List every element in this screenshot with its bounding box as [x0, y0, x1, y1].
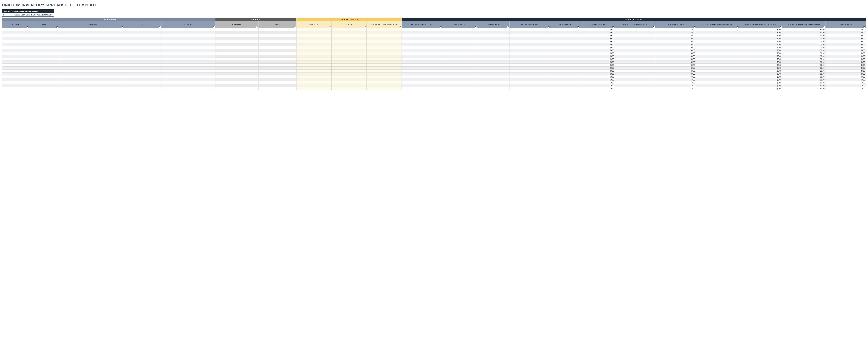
column-header-total-monthly-cost[interactable]: TOTAL MONTHLY COST [655, 21, 696, 28]
cell-item-no[interactable] [2, 49, 29, 52]
cell-annual-sl-dep[interactable]: $0.00 [739, 66, 782, 69]
cell-department[interactable] [215, 28, 259, 31]
cell-type[interactable] [124, 69, 161, 73]
cell-annual-sl-dep[interactable]: $0.00 [739, 61, 782, 64]
cell-monthly-sl-dep[interactable]: $0.00 [782, 52, 825, 55]
cell-space[interactable] [259, 40, 297, 43]
cell-description[interactable] [59, 31, 124, 34]
cell-annual-sl-dep[interactable]: $0.00 [739, 55, 782, 58]
column-header-est-longevity[interactable]: ESTIMATED LONGEVITY (YEARS) [367, 21, 402, 28]
cell-name[interactable] [29, 61, 59, 64]
cell-monthly-sl-dep[interactable]: $0.00 [782, 46, 825, 49]
cell-down-payment[interactable] [477, 66, 510, 69]
cell-item-no[interactable] [2, 43, 29, 46]
cell-space[interactable] [259, 58, 297, 61]
cell-vendor[interactable] [332, 31, 367, 34]
cell-est-longevity[interactable] [367, 61, 402, 64]
filter-dropdown-icon[interactable] [475, 26, 477, 28]
cell-expected-value-end[interactable] [696, 84, 739, 87]
cell-remarks[interactable] [161, 69, 215, 73]
cell-est-longevity[interactable] [367, 87, 402, 90]
cell-name[interactable] [29, 66, 59, 69]
cell-initial-value[interactable] [442, 84, 477, 87]
filter-dropdown-icon[interactable] [737, 26, 739, 28]
cell-total-monthly-cost[interactable]: $0.00 [655, 66, 696, 69]
cell-condition[interactable] [296, 81, 332, 84]
cell-down-payment[interactable] [477, 69, 510, 73]
cell-total-monthly-cost[interactable]: $0.00 [655, 46, 696, 49]
cell-type[interactable] [124, 78, 161, 81]
cell-monthly-payment[interactable]: $0.00 [580, 43, 615, 46]
cell-space[interactable] [259, 87, 297, 90]
column-header-space[interactable]: SPACE [259, 21, 297, 28]
cell-monthly-payment[interactable]: $0.00 [580, 87, 615, 90]
cell-rate-of-loan[interactable] [550, 40, 580, 43]
cell-type[interactable] [124, 84, 161, 87]
cell-monthly-sl-dep[interactable]: $0.00 [782, 61, 825, 64]
cell-est-longevity[interactable] [367, 31, 402, 34]
column-header-monthly-payment[interactable]: MONTHLY PAYMENT [580, 21, 615, 28]
cell-name[interactable] [29, 58, 59, 61]
cell-annual-sl-dep[interactable]: $0.00 [739, 73, 782, 76]
cell-monthly-payment[interactable]: $0.00 [580, 64, 615, 66]
cell-est-longevity[interactable] [367, 66, 402, 69]
cell-date-purchase[interactable] [402, 61, 442, 64]
cell-total-monthly-cost[interactable]: $0.00 [655, 58, 696, 61]
cell-department[interactable] [215, 34, 259, 37]
cell-monthly-sl-dep[interactable]: $0.00 [782, 40, 825, 43]
cell-description[interactable] [59, 55, 124, 58]
cell-loan-term[interactable] [509, 43, 550, 46]
cell-initial-value[interactable] [442, 28, 477, 31]
cell-type[interactable] [124, 34, 161, 37]
cell-rate-of-loan[interactable] [550, 28, 580, 31]
cell-total-monthly-cost[interactable]: $0.00 [655, 49, 696, 52]
cell-est-longevity[interactable] [367, 34, 402, 37]
cell-date-purchase[interactable] [402, 46, 442, 49]
cell-space[interactable] [259, 78, 297, 81]
cell-date-purchase[interactable] [402, 28, 442, 31]
cell-loan-term[interactable] [509, 58, 550, 61]
filter-dropdown-icon[interactable] [213, 26, 215, 28]
cell-condition[interactable] [296, 64, 332, 66]
cell-loan-term[interactable] [509, 64, 550, 66]
cell-department[interactable] [215, 52, 259, 55]
cell-initial-value[interactable] [442, 61, 477, 64]
cell-date-purchase[interactable] [402, 69, 442, 73]
cell-monthly-cost-op[interactable] [615, 73, 655, 76]
cell-down-payment[interactable] [477, 84, 510, 87]
cell-space[interactable] [259, 76, 297, 78]
filter-dropdown-icon[interactable] [864, 26, 865, 28]
cell-space[interactable] [259, 52, 297, 55]
cell-expected-value-end[interactable] [696, 66, 739, 69]
cell-date-purchase[interactable] [402, 34, 442, 37]
cell-space[interactable] [259, 49, 297, 52]
cell-total-monthly-cost[interactable]: $0.00 [655, 73, 696, 76]
cell-remarks[interactable] [161, 76, 215, 78]
cell-loan-term[interactable] [509, 28, 550, 31]
cell-est-longevity[interactable] [367, 40, 402, 43]
cell-vendor[interactable] [332, 73, 367, 76]
cell-remarks[interactable] [161, 43, 215, 46]
cell-loan-term[interactable] [509, 61, 550, 64]
cell-expected-value-end[interactable] [696, 55, 739, 58]
cell-initial-value[interactable] [442, 40, 477, 43]
cell-monthly-payment[interactable]: $0.00 [580, 81, 615, 84]
cell-est-longevity[interactable] [367, 73, 402, 76]
cell-monthly-sl-dep[interactable]: $0.00 [782, 49, 825, 52]
cell-monthly-sl-dep[interactable]: $0.00 [782, 78, 825, 81]
cell-monthly-cost-op[interactable] [615, 31, 655, 34]
cell-remarks[interactable] [161, 73, 215, 76]
cell-down-payment[interactable] [477, 52, 510, 55]
cell-total-monthly-cost[interactable]: $0.00 [655, 43, 696, 46]
cell-loan-term[interactable] [509, 76, 550, 78]
cell-monthly-sl-dep[interactable]: $0.00 [782, 76, 825, 78]
cell-monthly-sl-dep[interactable]: $0.00 [782, 43, 825, 46]
cell-expected-value-end[interactable] [696, 46, 739, 49]
cell-department[interactable] [215, 55, 259, 58]
cell-current-value[interactable]: $0.00 [825, 55, 866, 58]
cell-condition[interactable] [296, 55, 332, 58]
cell-remarks[interactable] [161, 46, 215, 49]
cell-type[interactable] [124, 66, 161, 69]
cell-department[interactable] [215, 58, 259, 61]
cell-description[interactable] [59, 34, 124, 37]
